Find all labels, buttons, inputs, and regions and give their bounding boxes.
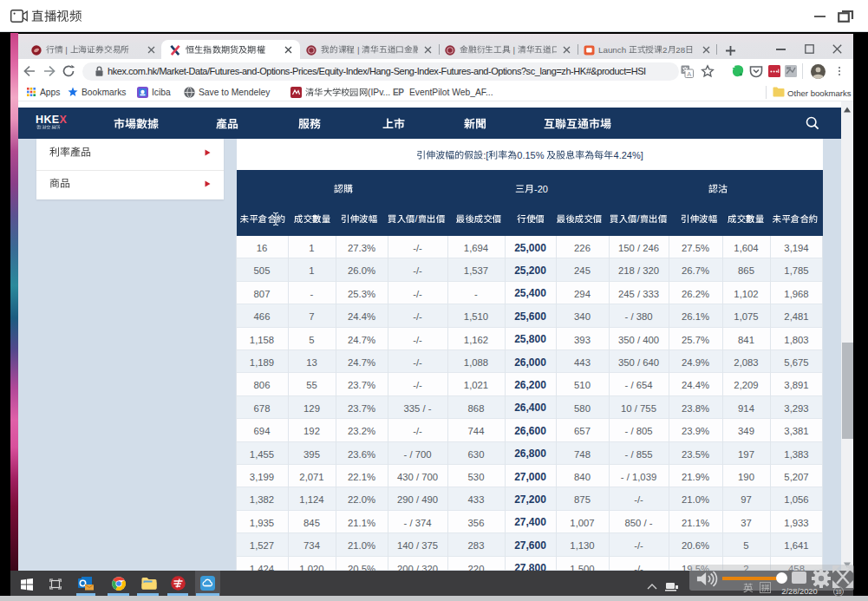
- svg-text:A: A: [687, 70, 691, 78]
